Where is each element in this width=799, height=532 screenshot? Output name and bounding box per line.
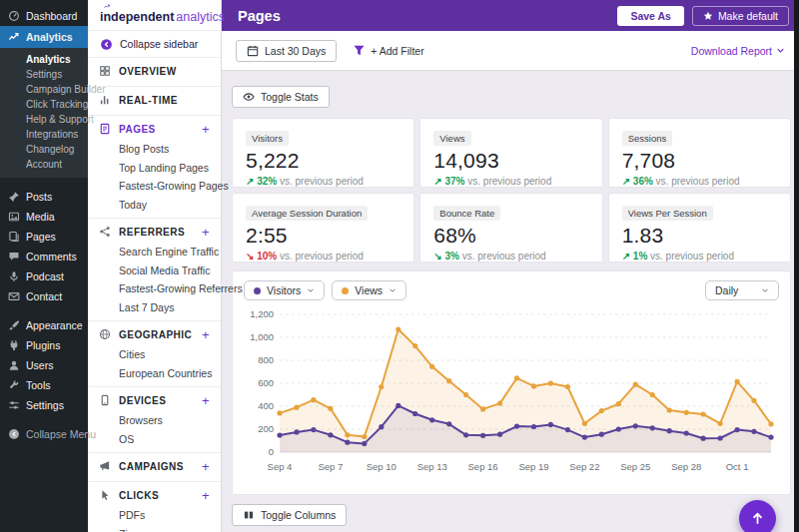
ia-section-referrers[interactable]: REFERRERS + [88, 221, 221, 243]
stat-card-visitors: Visitors 5,222 ↗ 32% vs. previous period [232, 118, 414, 188]
ia-item-last-7-days[interactable]: Last 7 Days [88, 298, 221, 317]
ia-section-overview[interactable]: OVERVIEW [88, 60, 221, 82]
content-area: Toggle Stats Visitors 5,222 ↗ 32% vs. pr… [222, 71, 799, 526]
ia-section-geographic[interactable]: GEOGRAPHIC + [88, 323, 221, 345]
collapse-sidebar-label: Collapse sidebar [120, 38, 198, 50]
svg-text:800: 800 [258, 354, 274, 365]
toolbar: Last 30 Days + Add Filter Download Repor… [222, 31, 799, 71]
wp-menu-label: Dashboard [26, 10, 77, 22]
ia-item-blog-posts[interactable]: Blog Posts [88, 140, 221, 159]
stat-change: ↗ 1% vs. previous period [622, 251, 777, 262]
legend-dot [254, 287, 261, 294]
wp-menu-plugins[interactable]: Plugins [0, 335, 88, 355]
wp-menu-podcast[interactable]: Podcast [0, 266, 88, 286]
ia-item-today[interactable]: Today [88, 196, 221, 215]
ia-logo: independent analytics [88, 0, 221, 31]
chart-legend: Visitors Views [244, 280, 406, 300]
columns-icon [243, 509, 255, 521]
menu-separator [0, 178, 88, 187]
plus-icon[interactable]: + [202, 460, 210, 473]
wp-menu-label: Tools [26, 379, 51, 391]
chevron-down-icon [389, 286, 397, 294]
ia-item-pdfs[interactable]: PDFs [88, 506, 221, 525]
stat-card-views: Views 14,093 ↗ 37% vs. previous period [419, 118, 602, 188]
stat-label: Bounce Rate [433, 206, 500, 221]
ia-section-clicks[interactable]: CLICKS + [88, 484, 221, 506]
wp-submenu-integrations[interactable]: Integrations [0, 127, 88, 142]
wp-menu-appearance[interactable]: Appearance [0, 315, 88, 335]
toggle-stats-button[interactable]: Toggle Stats [232, 86, 330, 108]
plus-icon[interactable]: + [202, 123, 210, 136]
plus-icon[interactable]: + [202, 328, 210, 341]
stat-card-views-per-session: Views Per Session 1.83 ↗ 1% vs. previous… [608, 193, 791, 263]
ia-item-browsers[interactable]: Browsers [88, 411, 221, 430]
ia-item-top-landing-pages[interactable]: Top Landing Pages [88, 159, 221, 178]
legend-chip-visitors[interactable]: Visitors [244, 280, 325, 300]
wp-menu-users[interactable]: Users [0, 355, 88, 375]
ia-item-cities[interactable]: Cities [88, 345, 221, 364]
svg-text:1,000: 1,000 [250, 331, 274, 342]
date-range-button[interactable]: Last 30 Days [236, 40, 337, 62]
stat-label: Visitors [246, 131, 289, 146]
ia-item-fastest-growing-pages[interactable]: Fastest-Growing Pages [88, 177, 221, 196]
window-scrollbar[interactable] [794, 0, 799, 532]
toggle-columns-button[interactable]: Toggle Columns [232, 504, 347, 526]
save-as-button[interactable]: Save As [617, 6, 683, 26]
plus-icon[interactable]: + [202, 489, 210, 502]
comments-icon [8, 251, 20, 263]
contact-icon [8, 290, 20, 302]
svg-text:0: 0 [269, 446, 274, 457]
page-icon [99, 123, 111, 135]
stat-card-average-session-duration: Average Session Duration 2:55 ↘ 10% vs. … [232, 193, 414, 263]
wp-menu-label: Posts [26, 191, 52, 203]
wp-submenu-settings[interactable]: Settings [0, 67, 88, 82]
svg-text:Sep 28: Sep 28 [671, 461, 701, 472]
svg-text:Sep 4: Sep 4 [268, 461, 293, 472]
ia-section: PAGES + Blog PostsTop Landing PagesFaste… [88, 116, 221, 219]
svg-text:Oct 1: Oct 1 [726, 461, 749, 472]
scroll-to-top-button[interactable] [739, 500, 776, 532]
wp-menu-collapse-menu[interactable]: Collapse Menu [0, 424, 88, 444]
ia-item-social-media-traffic[interactable]: Social Media Traffic [88, 262, 221, 280]
ia-section-devices[interactable]: DEVICES + [88, 389, 221, 411]
wp-menu-contact[interactable]: Contact [0, 286, 88, 306]
add-filter-button[interactable]: + Add Filter [353, 44, 423, 57]
device-icon [99, 394, 111, 406]
plus-icon[interactable]: + [202, 226, 210, 239]
plus-icon[interactable]: + [202, 394, 210, 407]
wp-submenu-help-support[interactable]: Help & Support [0, 112, 88, 127]
ia-item-zips[interactable]: Zips [88, 525, 221, 532]
wp-menu-analytics[interactable]: Analytics [0, 26, 88, 48]
ia-section-real-time[interactable]: REAL-TIME [88, 89, 221, 111]
wp-menu-comments[interactable]: Comments [0, 247, 88, 266]
wp-menu-tools[interactable]: Tools [0, 375, 88, 395]
ia-section-campaigns[interactable]: CAMPAIGNS + [88, 455, 221, 477]
wp-menu-dashboard[interactable]: Dashboard [0, 6, 88, 26]
app-window: DashboardAnalyticsAnalyticsSettingsCampa… [0, 0, 799, 532]
wp-submenu-click-tracking[interactable]: Click Tracking [0, 97, 88, 112]
download-report-dropdown[interactable]: Download Report [691, 45, 785, 57]
ia-sidebar: independent analytics Collapse sidebar O… [88, 0, 222, 532]
wp-menu-settings[interactable]: Settings [0, 395, 88, 415]
wp-menu-media[interactable]: Media [0, 207, 88, 227]
make-default-button[interactable]: Make default [692, 6, 789, 26]
wp-submenu-changelog[interactable]: Changelog [0, 142, 88, 157]
calendar-icon [247, 45, 259, 57]
interval-select[interactable]: Daily [705, 280, 779, 300]
ia-item-european-countries[interactable]: European Countries [88, 364, 221, 383]
wp-menu-posts[interactable]: Posts [0, 187, 88, 207]
wp-menu-pages[interactable]: Pages [0, 227, 88, 247]
ia-section: CAMPAIGNS + [88, 453, 221, 482]
wp-submenu-account[interactable]: Account [0, 157, 88, 172]
svg-text:Sep 22: Sep 22 [569, 461, 599, 472]
ia-item-fastest-growing-referrers[interactable]: Fastest-Growing Referrers [88, 279, 221, 298]
wp-submenu-analytics[interactable]: Analytics [0, 52, 88, 67]
svg-text:Sep 19: Sep 19 [518, 461, 548, 472]
legend-chip-views[interactable]: Views [332, 280, 406, 300]
collapse-sidebar-button[interactable]: Collapse sidebar [88, 31, 221, 58]
ia-item-search-engine-traffic[interactable]: Search Engine Traffic [88, 243, 221, 262]
ia-item-os[interactable]: OS [88, 430, 221, 449]
dashboard-icon [8, 10, 20, 22]
ia-section-pages[interactable]: PAGES + [88, 118, 221, 140]
wp-submenu-campaign-builder[interactable]: Campaign Builder [0, 82, 88, 97]
